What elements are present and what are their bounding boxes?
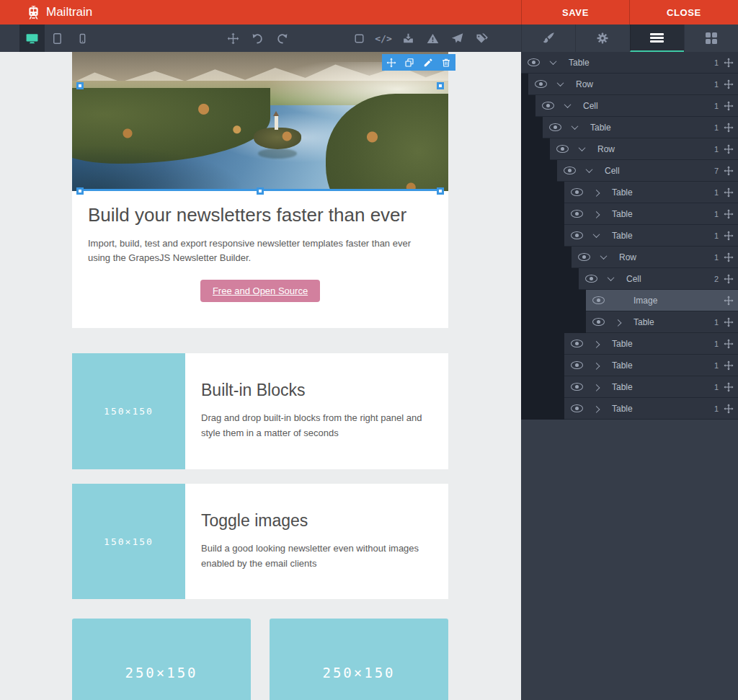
move-handle-icon[interactable] — [724, 209, 734, 219]
tab-style-manager[interactable] — [521, 25, 575, 52]
move-handle-icon[interactable] — [724, 317, 734, 327]
move-handle-icon[interactable] — [724, 101, 734, 111]
move-handle-icon[interactable] — [724, 166, 734, 176]
move-handle-icon[interactable] — [724, 144, 734, 154]
import-button[interactable] — [396, 25, 420, 52]
layer-row-table[interactable]: Table 1 — [564, 225, 738, 247]
tab-settings[interactable] — [575, 25, 629, 52]
layer-row-table[interactable]: Table 1 — [586, 311, 738, 333]
move-icon[interactable] — [386, 58, 396, 68]
chevron-right-icon[interactable] — [592, 190, 600, 195]
borders-toggle-button[interactable] — [347, 25, 371, 52]
device-mobile-button[interactable] — [70, 25, 95, 52]
layer-row-table[interactable]: Table 1 — [564, 398, 738, 420]
move-handle-icon[interactable] — [724, 252, 734, 262]
tab-blocks[interactable] — [684, 25, 738, 52]
placeholder-image-150[interactable]: 150×150 — [72, 484, 185, 599]
layer-row-image-selected[interactable]: Image — [586, 290, 738, 311]
chevron-right-icon[interactable] — [592, 384, 600, 389]
chevron-down-icon[interactable] — [592, 233, 600, 238]
move-handle-icon[interactable] — [724, 296, 734, 306]
layer-row-table[interactable]: Table 1 — [564, 182, 738, 203]
chevron-down-icon[interactable] — [570, 125, 579, 130]
eye-icon[interactable] — [571, 383, 583, 391]
chevron-down-icon[interactable] — [548, 60, 557, 65]
chevron-down-icon[interactable] — [606, 276, 615, 281]
placeholder-image-250[interactable]: 250×150 — [270, 619, 448, 700]
layer-row-table[interactable]: Table 1 — [564, 355, 738, 376]
chevron-down-icon[interactable] — [556, 81, 564, 87]
move-handle-icon[interactable] — [724, 231, 734, 241]
eye-icon[interactable] — [571, 231, 583, 239]
eye-icon[interactable] — [578, 253, 590, 261]
chevron-down-icon[interactable] — [563, 103, 572, 108]
layer-row-cell[interactable]: Cell 1 — [535, 95, 738, 117]
editor-canvas[interactable]: Build your newsletters faster than ever … — [0, 52, 521, 700]
move-handle-icon[interactable] — [724, 187, 734, 198]
delete-trash-icon[interactable] — [441, 58, 451, 68]
send-test-button[interactable] — [445, 25, 469, 52]
eye-icon[interactable] — [556, 145, 569, 153]
chevron-right-icon[interactable] — [592, 363, 600, 368]
eye-icon[interactable] — [585, 275, 597, 283]
copy-icon[interactable] — [404, 58, 414, 68]
eye-icon[interactable] — [592, 318, 605, 326]
eye-icon[interactable] — [528, 58, 540, 66]
layer-row-table[interactable]: Table 1 — [564, 203, 738, 225]
merge-tags-button[interactable] — [469, 25, 494, 52]
resize-handle-top-left[interactable] — [76, 82, 84, 89]
eye-icon[interactable] — [571, 188, 583, 196]
drag-mode-button[interactable] — [221, 25, 245, 52]
move-handle-icon[interactable] — [724, 339, 734, 349]
chevron-down-icon[interactable] — [584, 168, 593, 173]
eye-icon[interactable] — [542, 102, 554, 110]
move-handle-icon[interactable] — [724, 274, 734, 284]
device-tablet-button[interactable] — [45, 25, 70, 52]
device-desktop-button[interactable] — [19, 25, 45, 52]
layer-row-table[interactable]: Table 1 — [564, 376, 738, 398]
eye-icon[interactable] — [592, 296, 605, 304]
save-button[interactable]: SAVE — [521, 0, 629, 25]
undo-button[interactable] — [245, 25, 270, 52]
eye-icon[interactable] — [571, 210, 583, 218]
eye-icon[interactable] — [571, 361, 583, 369]
eye-icon[interactable] — [564, 167, 576, 174]
eye-icon[interactable] — [535, 80, 547, 88]
chevron-right-icon[interactable] — [592, 341, 600, 346]
layer-row-row[interactable]: Row 1 — [550, 138, 738, 160]
eye-icon[interactable] — [549, 123, 561, 131]
move-handle-icon[interactable] — [724, 382, 734, 392]
resize-handle-bottom-center[interactable] — [257, 187, 264, 195]
chevron-right-icon[interactable] — [613, 319, 622, 324]
move-handle-icon[interactable] — [724, 79, 734, 89]
chevron-right-icon[interactable] — [592, 211, 600, 216]
hero-image[interactable] — [72, 52, 448, 191]
resize-handle-bottom-right[interactable] — [437, 187, 444, 195]
eye-icon[interactable] — [571, 404, 583, 412]
view-code-button[interactable]: </> — [371, 25, 396, 52]
move-handle-icon[interactable] — [724, 58, 734, 68]
layer-row-cell[interactable]: Cell 2 — [579, 268, 738, 290]
chevron-down-icon[interactable] — [599, 254, 608, 260]
layer-row-row[interactable]: Row 1 — [572, 247, 738, 268]
resize-handle-top-right[interactable] — [437, 82, 444, 89]
placeholder-image-150[interactable]: 150×150 — [72, 353, 185, 469]
eye-icon[interactable] — [571, 340, 583, 347]
layer-row-table[interactable]: Table 1 — [543, 117, 738, 138]
edit-pencil-icon[interactable] — [423, 58, 433, 68]
chevron-right-icon[interactable] — [592, 406, 600, 411]
resize-handle-bottom-left[interactable] — [76, 187, 84, 195]
move-handle-icon[interactable] — [724, 360, 734, 371]
layer-row-table[interactable]: Table 1 — [521, 52, 738, 74]
layer-row-cell[interactable]: Cell 7 — [557, 160, 738, 182]
move-handle-icon[interactable] — [724, 123, 734, 133]
placeholder-image-250[interactable]: 250×150 — [72, 619, 251, 700]
free-open-source-button[interactable]: Free and Open Source — [200, 280, 320, 302]
move-handle-icon[interactable] — [724, 404, 734, 414]
chevron-down-icon[interactable] — [577, 146, 586, 151]
redo-button[interactable] — [270, 25, 294, 52]
tab-layers[interactable] — [630, 25, 684, 52]
layer-row-table[interactable]: Table 1 — [564, 333, 738, 355]
layer-row-row[interactable]: Row 1 — [528, 74, 738, 95]
test-warning-button[interactable] — [420, 25, 445, 52]
